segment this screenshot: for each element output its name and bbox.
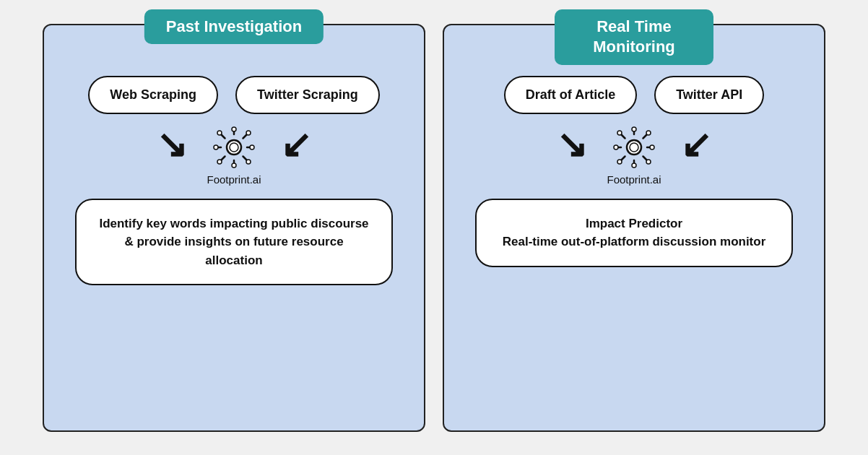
realtime-gear-section: Footprint.ai xyxy=(607,124,661,186)
svg-point-12 xyxy=(214,145,218,150)
past-output-box: Identify key words impacting public disc… xyxy=(75,199,393,286)
twitter-scraping-pill: Twitter Scraping xyxy=(235,76,380,114)
realtime-inputs-row: Draft of Article Twitter API xyxy=(461,76,807,114)
realtime-left-arrow: ↘ xyxy=(556,126,588,163)
svg-point-13 xyxy=(250,145,254,150)
past-gear-icon xyxy=(211,124,257,170)
svg-point-18 xyxy=(627,140,641,155)
past-right-arrow-wrap: ↙ xyxy=(280,126,312,163)
svg-point-31 xyxy=(650,145,654,150)
realtime-monitoring-title: Real Time Monitoring xyxy=(555,9,713,65)
realtime-gear-label: Footprint.ai xyxy=(607,173,661,186)
past-investigation-title: Past Investigation xyxy=(144,9,324,45)
svg-point-17 xyxy=(217,160,222,164)
realtime-right-arrow-wrap: ↙ xyxy=(680,126,712,163)
realtime-gear-icon xyxy=(611,124,657,170)
past-right-arrow: ↙ xyxy=(280,126,312,163)
past-inputs-row: Web Scraping Twitter Scraping xyxy=(61,76,407,114)
twitter-api-pill: Twitter API xyxy=(654,76,764,114)
realtime-monitoring-panel: Real Time Monitoring Draft of Article Tw… xyxy=(443,24,825,432)
svg-point-16 xyxy=(246,131,251,135)
past-left-arrow: ↘ xyxy=(156,126,188,163)
web-scraping-pill: Web Scraping xyxy=(88,76,218,114)
svg-point-14 xyxy=(217,131,222,135)
realtime-left-arrow-wrap: ↘ xyxy=(556,126,588,163)
past-gear-label: Footprint.ai xyxy=(207,173,261,186)
realtime-output-box: Impact Predictor Real-time out-of-platfo… xyxy=(475,199,793,267)
past-arrows-gear-row: ↘ xyxy=(61,124,407,186)
svg-point-30 xyxy=(614,145,618,150)
svg-point-32 xyxy=(617,131,622,135)
draft-article-pill: Draft of Article xyxy=(504,76,637,114)
main-container: Past Investigation Web Scraping Twitter … xyxy=(0,0,868,455)
svg-point-34 xyxy=(646,131,651,135)
past-investigation-panel: Past Investigation Web Scraping Twitter … xyxy=(43,24,425,432)
svg-point-29 xyxy=(632,163,636,168)
past-gear-section: Footprint.ai xyxy=(207,124,261,186)
svg-point-35 xyxy=(617,160,622,164)
svg-point-10 xyxy=(232,127,236,131)
realtime-right-arrow: ↙ xyxy=(680,126,712,163)
svg-point-15 xyxy=(246,160,251,164)
svg-point-11 xyxy=(232,163,236,168)
svg-point-33 xyxy=(646,160,651,164)
svg-point-0 xyxy=(227,140,241,155)
realtime-arrows-gear-row: ↘ xyxy=(461,124,807,186)
svg-point-28 xyxy=(632,127,636,131)
past-left-arrow-wrap: ↘ xyxy=(156,126,188,163)
